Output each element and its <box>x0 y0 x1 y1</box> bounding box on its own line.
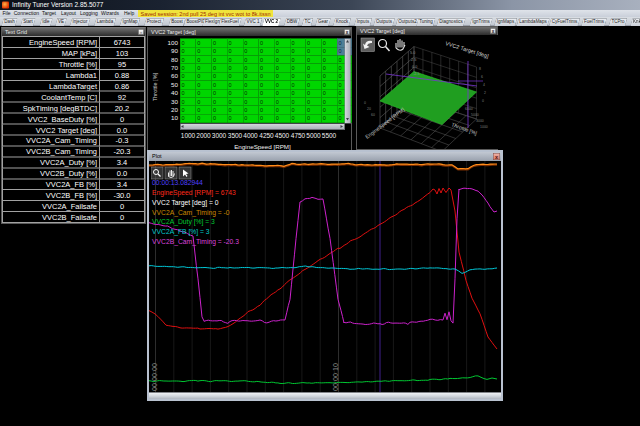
svg-text:00:00:00: 00:00:00 <box>150 363 159 391</box>
svg-text:5.0: 5.0 <box>410 51 415 55</box>
svg-text:6: 6 <box>481 75 483 79</box>
svg-text:60: 60 <box>371 113 375 117</box>
svg-text:0.0: 0.0 <box>412 65 417 69</box>
svg-text:8: 8 <box>479 67 481 71</box>
svg-text:4: 4 <box>483 83 485 87</box>
svg-text:0: 0 <box>364 101 366 105</box>
svg-text:2: 2 <box>484 91 486 95</box>
svg-text:5000: 5000 <box>471 113 479 117</box>
svg-text:2.5: 2.5 <box>411 58 416 62</box>
svg-text:-2.5: -2.5 <box>413 72 419 76</box>
svg-text:1000: 1000 <box>480 125 488 129</box>
svg-text:00:00:10: 00:00:10 <box>331 363 340 391</box>
svg-text:6000: 6000 <box>465 107 473 111</box>
svg-text:3000: 3000 <box>476 119 484 123</box>
svg-text:0: 0 <box>482 99 484 103</box>
svg-text:20: 20 <box>367 107 371 111</box>
